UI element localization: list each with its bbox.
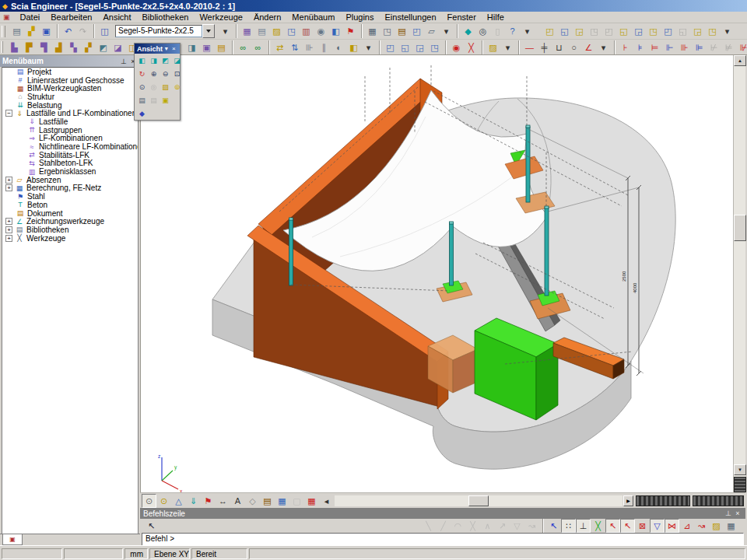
- snap-edge-button[interactable]: ⋈: [665, 519, 679, 533]
- loadpanel-6-button[interactable]: ◱: [616, 24, 631, 38]
- draw-angle-button[interactable]: ∠: [581, 40, 596, 54]
- menu-item-plugins[interactable]: Plugins: [340, 12, 379, 23]
- view-top-button[interactable]: ◩: [160, 54, 171, 66]
- rotate-wheel-vertical[interactable]: [693, 495, 744, 506]
- draw-double-line-button[interactable]: ╪: [537, 40, 552, 54]
- close-icon[interactable]: ×: [170, 45, 177, 52]
- expand-icon[interactable]: +: [5, 235, 12, 242]
- tree-item-stahlbeton-lfk[interactable]: ⇆Stahlbeton-LFK: [2, 159, 138, 168]
- chevron-down-icon[interactable]: ▾: [163, 45, 170, 52]
- notebook-button[interactable]: ▥: [299, 24, 314, 38]
- misc-overflow-button[interactable]: ▾: [520, 24, 535, 38]
- title-bar[interactable]: ◆ Scia Engineer - [Segel-5-Punkte-2x2.5+…: [0, 0, 747, 12]
- section-plate-button[interactable]: ▞: [81, 40, 96, 54]
- print-view-button[interactable]: ▤: [136, 94, 148, 106]
- save-button[interactable]: ▣: [39, 24, 54, 38]
- snap-calculator-button[interactable]: ▦: [724, 519, 738, 533]
- light-toggle-button[interactable]: ⊚: [171, 81, 183, 93]
- flags-button[interactable]: ⚑: [343, 24, 358, 38]
- select-cursor-button[interactable]: ↖: [144, 519, 159, 533]
- expand-icon[interactable]: +: [5, 177, 12, 184]
- close-icon[interactable]: ×: [733, 509, 742, 517]
- snap-endpoint-button[interactable]: ↖: [605, 519, 620, 533]
- tree-item-bim-werkzeugkasten[interactable]: ▦BIM-Werkzeugkasten: [2, 84, 138, 93]
- load-mass-button[interactable]: ⊮: [736, 40, 747, 54]
- horizontal-scrollbar[interactable]: [335, 495, 622, 506]
- project-combobox-arrow[interactable]: [202, 24, 215, 38]
- ansicht-caption[interactable]: Ansicht ▾ ×: [135, 44, 180, 54]
- print-preview-button[interactable]: ◳: [380, 24, 395, 38]
- command-line-caption[interactable]: Befehlszeile ⊥ ×: [140, 508, 745, 519]
- visibility-button[interactable]: ◉: [449, 40, 464, 54]
- new-file-button[interactable]: ▤: [9, 24, 24, 38]
- load-free-button[interactable]: ⊫: [692, 40, 707, 54]
- menu-item-einstellungen[interactable]: Einstellungen: [379, 12, 441, 23]
- vertical-rotate-wheel[interactable]: [734, 477, 746, 492]
- tree-item-lastgruppen[interactable]: ⇈Lastgruppen: [2, 126, 138, 135]
- load-point-button[interactable]: ⊦: [618, 40, 633, 54]
- menu-item-menübaum[interactable]: Menübaum: [286, 12, 340, 23]
- window-2-button[interactable]: ◱: [398, 40, 412, 54]
- section-rect-button[interactable]: ▙: [7, 40, 22, 54]
- expand-icon[interactable]: +: [5, 218, 12, 225]
- render-view-button[interactable]: ▦: [275, 494, 289, 508]
- load-thermal-button[interactable]: ⊩: [662, 40, 677, 54]
- tree-item-belastung[interactable]: ⇊Belastung: [2, 101, 138, 110]
- show-document-button[interactable]: ▤: [260, 494, 275, 508]
- zoom-window-button[interactable]: ⊡: [171, 68, 183, 79]
- tree-item-absenzen[interactable]: +▱Absenzen: [2, 176, 138, 184]
- binoculars-2-button[interactable]: ∞: [251, 40, 265, 54]
- show-labels-button[interactable]: A: [230, 494, 245, 508]
- load-moment-button[interactable]: ⊪: [677, 40, 692, 54]
- menu-item-fenster[interactable]: Fenster: [442, 12, 482, 23]
- view-front-button[interactable]: ◧: [136, 54, 148, 66]
- view-side-button[interactable]: ◨: [148, 54, 160, 66]
- snap-arc-button[interactable]: ↝: [694, 519, 709, 533]
- loadpanel-9-button[interactable]: ◰: [661, 24, 675, 38]
- print-button[interactable]: ▦: [365, 24, 380, 38]
- rotate-view-button[interactable]: ↻: [136, 68, 148, 79]
- tree-item-nichtlineare-lf-kombinationen[interactable]: ≈Nichtlineare LF-Kombinationen: [2, 142, 138, 151]
- scroll-down-button[interactable]: ▼: [734, 464, 746, 475]
- columns-view-button[interactable]: ∥: [317, 40, 331, 54]
- sidebar-tab-menubaum[interactable]: ▣: [2, 534, 23, 545]
- show-dimensions-button[interactable]: ↔: [216, 494, 230, 508]
- vertical-scrollbar[interactable]: ▲ ▼: [733, 55, 745, 492]
- toolbar-grip[interactable]: [2, 26, 5, 37]
- window-1-button[interactable]: ◰: [383, 40, 398, 54]
- load-line-button[interactable]: ⊧: [633, 40, 647, 54]
- tree-item-dokument[interactable]: ▤Dokument: [2, 209, 138, 218]
- member-arbitrary-button[interactable]: ▤: [214, 40, 229, 54]
- loadcase-overflow-button[interactable]: ▾: [720, 24, 735, 38]
- window-4-button[interactable]: ◳: [427, 40, 442, 54]
- section-channel-button[interactable]: ▟: [51, 40, 66, 54]
- draw-circle-button[interactable]: ○: [566, 40, 581, 54]
- erase-button[interactable]: ╳: [464, 40, 479, 54]
- rotate-wheel-horizontal[interactable]: [636, 495, 690, 506]
- menu-item-datei[interactable]: Datei: [15, 12, 46, 23]
- activity-button[interactable]: ◐: [331, 40, 346, 54]
- window-3-button[interactable]: ◲: [412, 40, 427, 54]
- binoculars-1-button[interactable]: ∞: [236, 40, 251, 54]
- gallery-save-button[interactable]: ▣: [160, 94, 171, 106]
- collapse-bar-button[interactable]: ◂: [319, 494, 334, 508]
- workspace-layout-button[interactable]: ◫: [97, 24, 112, 38]
- 3d-viewport[interactable]: 2500 4000 z y x: [140, 55, 733, 492]
- expand-icon[interactable]: +: [5, 184, 12, 191]
- pin-icon[interactable]: ⊥: [119, 58, 128, 65]
- snap-midpoint-button[interactable]: ↖: [620, 519, 635, 533]
- open-folder-button[interactable]: ▞: [24, 24, 39, 38]
- property-wheel-button[interactable]: ◉: [314, 24, 328, 38]
- draw-profile-button[interactable]: ⊔: [552, 40, 566, 54]
- tree-item-projekt[interactable]: ▤Projekt: [2, 68, 138, 76]
- tree-item-lastfälle-und-lf-kombinationen[interactable]: −⇓Lastfälle und LF-Kombinationen: [2, 109, 138, 117]
- clipboard-folder-button[interactable]: ▨: [160, 81, 171, 93]
- calculator-button[interactable]: ◆: [461, 24, 475, 38]
- layers-button[interactable]: ◧: [346, 40, 361, 54]
- show-flags-button[interactable]: ⚑: [201, 494, 216, 508]
- show-supports-button[interactable]: △: [171, 494, 186, 508]
- picture-gallery-button[interactable]: ▨: [269, 24, 284, 38]
- menu-item-hilfe[interactable]: Hilfe: [482, 12, 510, 23]
- tree-item-ergebnisklassen[interactable]: ▥Ergebnisklassen: [2, 167, 138, 176]
- loadpanel-8-button[interactable]: ◳: [646, 24, 661, 38]
